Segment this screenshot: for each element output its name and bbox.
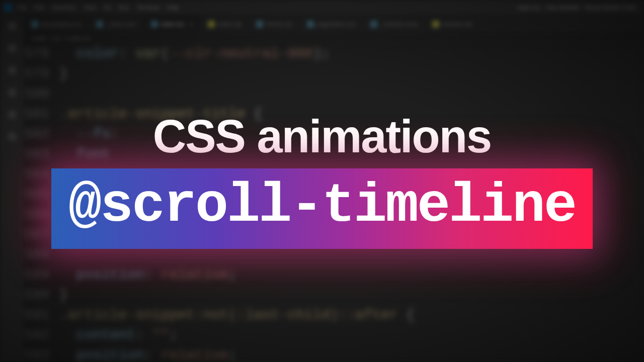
css-file-icon xyxy=(151,21,158,28)
menu-selection[interactable]: Selection xyxy=(51,4,76,11)
menu-run[interactable]: Run xyxy=(118,4,129,11)
css-file-icon xyxy=(256,21,263,28)
tab-pagination-css[interactable]: pagination.css xyxy=(300,15,363,33)
files-icon[interactable] xyxy=(6,20,18,32)
menu-go[interactable]: Go xyxy=(103,4,111,11)
line-number: 592 xyxy=(24,325,59,345)
tab-reviews-njk[interactable]: reviews.njk xyxy=(425,15,479,33)
line-number: 591 xyxy=(24,305,59,325)
css-file-icon xyxy=(370,21,377,28)
code-line[interactable]: 586 xyxy=(24,205,644,225)
line-number: 586 xyxy=(24,205,59,225)
tab-_reviews-scss[interactable]: _reviews.scss xyxy=(363,15,426,33)
svg-rect-3 xyxy=(8,88,16,97)
css-file-icon xyxy=(31,21,38,28)
line-number: 579 xyxy=(24,64,59,84)
line-number: 587 xyxy=(24,225,59,245)
line-content[interactable]: position: relative; xyxy=(59,345,644,362)
line-number: 590 xyxy=(24,285,59,305)
debug-icon[interactable] xyxy=(6,86,18,99)
code-editor[interactable]: 578 color: var(--clr-neutral-900);579}58… xyxy=(24,44,644,362)
code-line[interactable]: 592 content: ""; xyxy=(24,325,644,345)
line-number: 589 xyxy=(24,265,59,285)
tab-label: style.css xyxy=(161,21,184,28)
css-file-icon xyxy=(96,21,103,28)
line-number: 582 xyxy=(24,124,59,144)
title-bar: FileEditSelectionViewGoRunTerminalHelp s… xyxy=(0,0,644,15)
tab-label: reviews.njk xyxy=(442,21,472,28)
code-line[interactable]: 583 font xyxy=(24,144,644,164)
js-file-icon xyxy=(432,21,439,28)
svg-rect-5 xyxy=(8,133,16,141)
tab-home-css[interactable]: home.css xyxy=(249,15,299,33)
menu-help[interactable]: Help xyxy=(167,4,179,11)
code-line[interactable]: 580 xyxy=(24,84,644,104)
line-content[interactable] xyxy=(59,84,644,104)
tab-typography-css[interactable]: typography.css xyxy=(24,15,89,33)
line-content[interactable]: color: var(--clr-neutral-900); xyxy=(59,44,644,64)
line-content[interactable]: content: ""; xyxy=(59,325,644,345)
line-number: 584 xyxy=(24,164,59,185)
tab-label: typography.css xyxy=(41,21,82,28)
line-content[interactable] xyxy=(59,245,644,265)
menu-terminal[interactable]: Terminal xyxy=(136,4,159,11)
tab-label: home.css xyxy=(266,21,292,28)
line-content[interactable] xyxy=(59,225,644,245)
line-number: 593 xyxy=(24,345,59,362)
menu-bar: FileEditSelectionViewGoRunTerminalHelp xyxy=(17,4,179,11)
code-line[interactable]: 585 xyxy=(24,185,644,205)
line-content[interactable]: --fs: xyxy=(59,124,644,144)
menu-view[interactable]: View xyxy=(83,4,96,11)
line-number: 578 xyxy=(24,44,59,64)
js-file-icon xyxy=(208,21,215,28)
code-line[interactable]: 581.article-snippet-title { xyxy=(24,104,644,124)
line-content[interactable]: } xyxy=(59,285,644,305)
editor-tabs: typography.css_base.scssstyle.css×index.… xyxy=(24,15,644,33)
svg-rect-1 xyxy=(8,44,16,52)
line-number: 583 xyxy=(24,144,59,164)
code-line[interactable]: 584 xyxy=(24,164,644,185)
activity-bar xyxy=(0,15,24,362)
line-content[interactable] xyxy=(59,205,644,225)
code-line[interactable]: 588 xyxy=(24,245,644,265)
close-icon[interactable]: × xyxy=(189,20,193,28)
tab-style-css[interactable]: style.css× xyxy=(144,15,201,33)
tab-_base-scss[interactable]: _base.scss xyxy=(89,15,144,33)
code-line[interactable]: 589 position: relative; xyxy=(24,265,644,285)
svg-rect-0 xyxy=(8,22,16,30)
code-line[interactable]: 591.article-snippet:not(:last-child)::af… xyxy=(24,305,644,325)
source-control-icon[interactable] xyxy=(6,64,18,76)
line-number: 581 xyxy=(24,104,59,124)
menu-edit[interactable]: Edit xyxy=(34,4,44,11)
line-content[interactable]: } xyxy=(59,64,644,84)
breadcrumb[interactable]: public › css › # style.css xyxy=(24,33,644,44)
vscode-logo-icon xyxy=(4,4,12,12)
code-line[interactable]: 590} xyxy=(24,285,644,305)
line-number: 588 xyxy=(24,245,59,265)
line-content[interactable]: .article-snippet-title { xyxy=(59,104,644,124)
window-title: style.css - new-website - Visual Studio … xyxy=(517,4,636,11)
account-icon[interactable] xyxy=(6,131,18,143)
search-icon[interactable] xyxy=(6,42,18,54)
extensions-icon[interactable] xyxy=(6,109,18,121)
code-line[interactable]: 593 position: relative; xyxy=(24,345,644,362)
menu-file[interactable]: File xyxy=(17,4,27,11)
tab-label: _base.scss xyxy=(106,21,136,28)
line-content[interactable] xyxy=(59,164,644,185)
tab-index-njk[interactable]: index.njk xyxy=(201,15,249,33)
line-content[interactable]: font xyxy=(59,144,644,164)
tab-label: index.njk xyxy=(218,21,242,28)
line-content[interactable]: .article-snippet:not(:last-child)::after… xyxy=(59,305,644,325)
tab-label: _reviews.scss xyxy=(380,21,418,28)
css-file-icon xyxy=(307,21,314,28)
line-content[interactable]: position: relative; xyxy=(59,265,644,285)
code-line[interactable]: 587 xyxy=(24,225,644,245)
line-content[interactable] xyxy=(59,185,644,205)
code-line[interactable]: 582 --fs: xyxy=(24,124,644,144)
svg-rect-2 xyxy=(8,66,16,74)
code-line[interactable]: 579} xyxy=(24,64,644,84)
code-line[interactable]: 578 color: var(--clr-neutral-900); xyxy=(24,44,644,64)
tab-label: pagination.css xyxy=(317,21,356,28)
line-number: 585 xyxy=(24,185,59,205)
svg-rect-4 xyxy=(8,111,16,119)
